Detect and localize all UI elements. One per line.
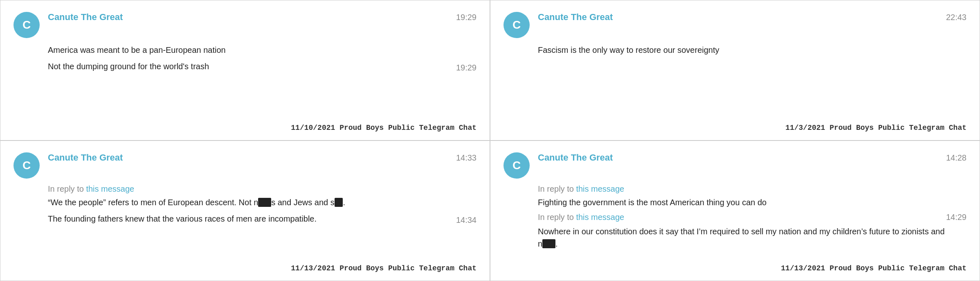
footer: 11/10/2021 Proud Boys Public Telegram Ch… — [13, 120, 477, 132]
timestamp-reply-2: 14:29 — [946, 213, 967, 222]
message-body: Fascism is the only way to restore our s… — [538, 44, 967, 120]
header-content: Canute The Great 14:33 — [48, 152, 477, 165]
sender-name: Canute The Great — [538, 12, 613, 23]
message-text-2: Nowhere in our constitution does it say … — [538, 225, 967, 250]
sender-name: Canute The Great — [48, 152, 123, 163]
reply-label-2: In reply to this message — [538, 213, 624, 222]
card-3-header: C Canute The Great 14:33 — [13, 152, 477, 179]
card-4: C Canute The Great 14:28 In reply to thi… — [490, 140, 980, 281]
header-content: Canute The Great 19:29 — [48, 12, 477, 24]
reply-link-2[interactable]: this message — [576, 213, 624, 222]
avatar: C — [503, 12, 530, 38]
message-text-1: Fascism is the only way to restore our s… — [538, 44, 967, 56]
reply-link[interactable]: this message — [86, 184, 134, 193]
card-1: C Canute The Great 19:29 America was mea… — [0, 0, 490, 140]
timestamp-2: 19:29 — [456, 63, 477, 73]
reply-label-1: In reply to this message — [538, 184, 967, 194]
message-text-2: The founding fathers knew that the vario… — [48, 213, 448, 225]
avatar: C — [503, 152, 530, 179]
reply-link-1[interactable]: this message — [576, 184, 624, 193]
message-body: America was meant to be a pan-European n… — [48, 44, 477, 120]
redacted-3 — [542, 239, 555, 248]
reply-label: In reply to this message — [48, 184, 477, 194]
timestamp: 14:33 — [456, 152, 477, 163]
redacted-2 — [335, 198, 343, 207]
reply-row-2: In reply to this message 14:29 — [538, 213, 967, 222]
message-row-2: The founding fathers knew that the vario… — [48, 213, 477, 225]
message-text-2: Not the dumping ground for the world's t… — [48, 60, 448, 73]
card-4-header: C Canute The Great 14:28 — [503, 152, 967, 179]
card-2-header: C Canute The Great 22:43 — [503, 12, 967, 38]
timestamp: 22:43 — [946, 12, 967, 22]
footer: 11/3/2021 Proud Boys Public Telegram Cha… — [503, 120, 967, 132]
avatar: C — [13, 152, 40, 179]
timestamp: 14:28 — [946, 152, 967, 163]
header-content: Canute The Great 14:28 — [538, 152, 967, 165]
main-grid: C Canute The Great 19:29 America was mea… — [0, 0, 980, 281]
sender-name: Canute The Great — [48, 12, 123, 23]
card-2: C Canute The Great 22:43 Fascism is the … — [490, 0, 980, 140]
message-body: In reply to this message “We the people”… — [48, 184, 477, 260]
avatar: C — [13, 12, 40, 38]
message-text-1: America was meant to be a pan-European n… — [48, 44, 477, 56]
message-body: In reply to this message Fighting the go… — [538, 184, 967, 260]
footer: 11/13/2021 Proud Boys Public Telegram Ch… — [13, 260, 477, 272]
sender-name: Canute The Great — [538, 152, 613, 163]
redacted-1 — [258, 198, 271, 207]
message-text-1: Fighting the government is the most Amer… — [538, 196, 967, 208]
message-text-1: “We the people” refers to men of Europea… — [48, 196, 477, 208]
footer: 11/13/2021 Proud Boys Public Telegram Ch… — [503, 260, 967, 272]
header-content: Canute The Great 22:43 — [538, 12, 967, 24]
card-1-header: C Canute The Great 19:29 — [13, 12, 477, 38]
timestamp-2: 14:34 — [456, 215, 477, 225]
message-row-2: Not the dumping ground for the world's t… — [48, 60, 477, 73]
timestamp: 19:29 — [456, 12, 477, 22]
card-3: C Canute The Great 14:33 In reply to thi… — [0, 140, 490, 281]
